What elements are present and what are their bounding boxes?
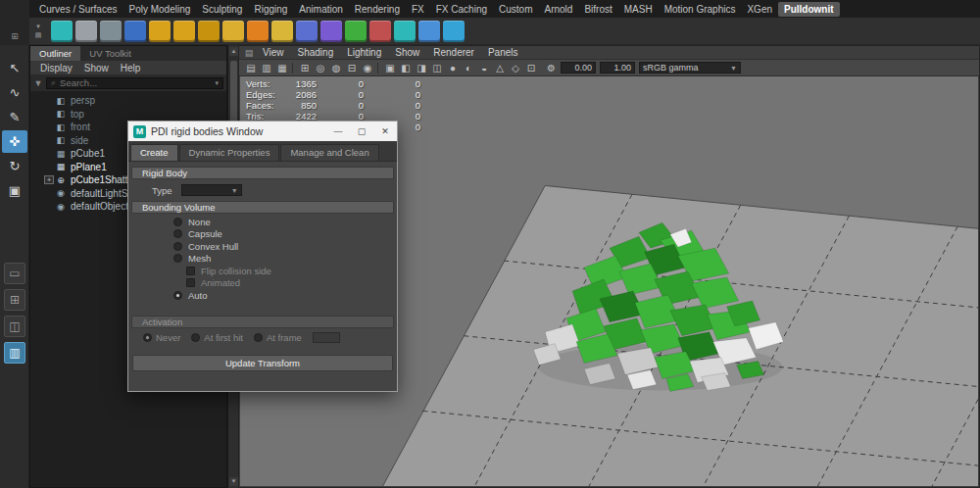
viewport-toolbar-icon[interactable]: ⊡: [523, 63, 539, 73]
menu-item[interactable]: Rendering: [349, 2, 406, 17]
viewport-toolbar-icon[interactable]: ◨: [414, 63, 429, 73]
outliner-menu-item[interactable]: Display: [34, 63, 78, 73]
shelf-icon[interactable]: [271, 21, 293, 42]
expand-toggle[interactable]: [44, 122, 54, 131]
viewport-toolbar-icon[interactable]: △: [492, 63, 508, 73]
close-button[interactable]: ✕: [373, 122, 397, 141]
bounding-volume-option[interactable]: None: [130, 216, 395, 228]
viewport-toolbar-icon[interactable]: ◉: [360, 63, 375, 73]
viewport-toolbar-icon[interactable]: ◎: [313, 63, 328, 73]
filter-icon[interactable]: ▼: [33, 78, 43, 88]
shelf-icon[interactable]: [173, 21, 195, 42]
viewport-toolbar-icon[interactable]: ◧: [398, 63, 414, 73]
activation-option[interactable]: At first hit: [191, 331, 243, 344]
shelf-icon[interactable]: [296, 21, 318, 42]
search-input[interactable]: ⌕ Search... ▾: [46, 77, 223, 89]
viewport-menu-item[interactable]: Shading: [291, 47, 341, 58]
viewport-menu-item[interactable]: View: [256, 47, 291, 58]
expand-toggle[interactable]: [44, 110, 54, 119]
tool-button[interactable]: ✎: [2, 106, 27, 128]
expand-toggle[interactable]: [44, 202, 54, 211]
panel-tab[interactable]: Outliner: [30, 46, 80, 61]
maximize-button[interactable]: ▢: [350, 122, 373, 141]
shelf-icon[interactable]: [100, 21, 122, 42]
viewport-toolbar-icon[interactable]: ▦: [274, 63, 290, 73]
menu-item[interactable]: Sculpting: [196, 2, 248, 17]
menu-item[interactable]: Motion Graphics: [659, 2, 742, 17]
bounding-volume-option[interactable]: Capsule: [130, 228, 395, 241]
menu-item[interactable]: MASH: [618, 2, 659, 17]
expand-toggle[interactable]: +: [44, 175, 54, 184]
update-transform-button[interactable]: Update Transform: [132, 355, 393, 371]
shelf-icon[interactable]: [75, 21, 97, 42]
bounding-volume-option[interactable]: Animated: [130, 277, 395, 290]
menu-item[interactable]: Poly Modeling: [122, 2, 196, 17]
outliner-item[interactable]: ◧ top: [30, 108, 226, 122]
bounding-volume-option[interactable]: Mesh: [130, 253, 395, 266]
option-control[interactable]: [173, 218, 182, 226]
at-frame-field[interactable]: [313, 332, 340, 343]
menu-item[interactable]: Curves / Surfaces: [33, 2, 122, 17]
type-dropdown[interactable]: ▼: [181, 184, 242, 196]
menu-item[interactable]: FX: [406, 2, 430, 17]
viewport-toolbar-icon[interactable]: ▤: [243, 63, 259, 73]
shelf-icon[interactable]: [149, 21, 171, 42]
tool-button[interactable]: ↖: [2, 57, 27, 79]
layout-button[interactable]: ▥: [4, 342, 25, 364]
outliner-item[interactable]: ◧ persp: [30, 94, 226, 108]
expand-toggle[interactable]: [44, 163, 54, 171]
menu-item[interactable]: Bifrost: [578, 2, 617, 17]
layout-button[interactable]: ⊞: [4, 289, 25, 311]
shelf-icon[interactable]: [198, 21, 220, 42]
shelf-tab-switcher[interactable]: ▾ ▤: [31, 23, 45, 39]
shelf-icon[interactable]: [394, 21, 416, 42]
viewport-toolbar-icon[interactable]: ◍: [328, 63, 344, 73]
shelf-icon[interactable]: [51, 21, 73, 42]
panel-tab[interactable]: UV Toolkit: [80, 46, 140, 61]
outliner-menu-item[interactable]: Show: [78, 63, 115, 73]
viewport-toolbar-icon[interactable]: [292, 63, 295, 73]
activation-option[interactable]: Never: [143, 331, 180, 344]
tool-button[interactable]: ✜: [2, 130, 27, 153]
viewport-toolbar-icon[interactable]: ◫: [429, 63, 445, 73]
bounding-volume-section-header[interactable]: Bounding Volume: [131, 201, 394, 214]
menu-item[interactable]: Custom: [493, 2, 538, 17]
shelf-icon[interactable]: [124, 21, 146, 42]
tool-button[interactable]: ∿: [2, 81, 27, 104]
viewport-toolbar-icon[interactable]: ◇: [508, 63, 523, 73]
shelf-icon[interactable]: [418, 21, 440, 42]
menu-item[interactable]: XGen: [741, 2, 778, 17]
viewport-menu-item[interactable]: Renderer: [426, 47, 481, 58]
option-control[interactable]: [173, 291, 182, 300]
expand-toggle[interactable]: [44, 136, 54, 145]
menu-item[interactable]: Rigging: [248, 2, 293, 17]
layout-button[interactable]: ▭: [4, 263, 25, 284]
gamma-field[interactable]: 1.00: [600, 62, 635, 73]
viewport-toolbar-icon[interactable]: ⊟: [344, 63, 360, 73]
dialog-titlebar[interactable]: M PDI rigid bodies Window — ▢ ✕: [128, 122, 397, 141]
exposure-field[interactable]: 0.00: [561, 62, 596, 73]
option-control[interactable]: [186, 267, 195, 275]
expand-toggle[interactable]: [44, 149, 54, 158]
viewport-toolbar-icon[interactable]: ◐: [461, 63, 476, 73]
option-control[interactable]: [173, 242, 182, 251]
menu-item[interactable]: Animation: [293, 2, 348, 17]
outliner-menu-item[interactable]: Help: [115, 63, 147, 73]
dialog-tab[interactable]: Manage and Clean: [280, 144, 378, 161]
shelf-icon[interactable]: [443, 21, 465, 42]
viewport-toolbar-icon[interactable]: ●: [445, 63, 461, 73]
shelf-icon[interactable]: [247, 21, 269, 42]
layout-button[interactable]: ◫: [4, 316, 25, 337]
dialog-tab[interactable]: Dynamic Properties: [179, 144, 280, 161]
viewport-menu-item[interactable]: Lighting: [340, 47, 388, 58]
option-control[interactable]: [173, 229, 182, 238]
tool-button[interactable]: ▣: [2, 179, 27, 202]
viewport-toolbar-icon[interactable]: ⊞: [297, 63, 313, 73]
panel-menu-icon[interactable]: ▤: [242, 48, 256, 58]
viewport-menu-item[interactable]: Panels: [481, 47, 525, 58]
menu-item[interactable]: Arnold: [538, 2, 578, 17]
viewport-toolbar-icon[interactable]: ▣: [382, 63, 398, 73]
viewport-toolbar-icon[interactable]: ▥: [259, 63, 274, 73]
shelf-icon[interactable]: [369, 21, 391, 42]
gear-icon[interactable]: ⚙: [547, 63, 556, 73]
